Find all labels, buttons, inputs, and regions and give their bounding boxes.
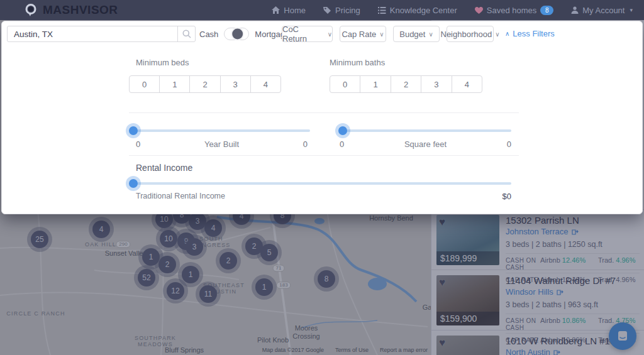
- min-beds-selector: 0 1 2 3 4: [129, 75, 281, 93]
- search-button[interactable]: [177, 26, 195, 41]
- chevron-down-icon: ∨: [379, 31, 384, 38]
- min-baths-selector: 0 1 2 3 4: [330, 75, 482, 93]
- baths-option-3[interactable]: 3: [421, 76, 452, 92]
- chevron-down-icon: ∨: [495, 31, 499, 38]
- list-icon: [378, 7, 386, 14]
- budget-dropdown[interactable]: Budget ∨: [393, 26, 440, 42]
- saved-homes-count-badge: 8: [540, 6, 553, 15]
- beds-option-4[interactable]: 4: [251, 76, 280, 92]
- slider-track[interactable]: [129, 129, 310, 132]
- nav-pricing[interactable]: Pricing: [323, 6, 360, 15]
- nav-home[interactable]: Home: [272, 6, 306, 15]
- year-built-slider: [129, 126, 310, 135]
- year-built-max: 0: [303, 139, 310, 149]
- toggle-knob[interactable]: [231, 28, 245, 41]
- map-pin-icon: [24, 3, 38, 17]
- nav-saved-homes[interactable]: Saved homes 8: [475, 6, 554, 15]
- divider: [129, 112, 519, 113]
- beds-option-3[interactable]: 3: [221, 76, 251, 92]
- top-navbar: MASHVISOR Home Pricing Knowledge Center …: [0, 0, 644, 20]
- nav-knowledge-center[interactable]: Knowledge Center: [378, 6, 457, 15]
- year-built-min: 0: [129, 139, 140, 149]
- cash-mortgage-toggle[interactable]: [224, 28, 249, 40]
- slider-handle[interactable]: [338, 126, 347, 135]
- square-feet-max: 0: [507, 139, 511, 149]
- chevron-up-icon: ∧: [505, 30, 509, 37]
- filters-panel: Cash Mortgage ∨ CoC Return ∨ Cap Rate ∨ …: [1, 21, 643, 214]
- square-feet-label: Square feet: [404, 139, 447, 149]
- beds-option-0[interactable]: 0: [130, 76, 160, 92]
- baths-option-2[interactable]: 2: [391, 76, 421, 92]
- baths-option-0[interactable]: 0: [330, 76, 360, 92]
- chevron-down-icon: ∨: [328, 31, 332, 38]
- min-baths-label: Minimum baths: [330, 58, 385, 67]
- slider-handle[interactable]: [129, 179, 138, 188]
- traditional-rental-income-value: $0: [502, 192, 511, 201]
- chevron-down-icon: ▾: [630, 7, 633, 13]
- slider-track[interactable]: [129, 182, 511, 185]
- brand-name: MASHVISOR: [43, 3, 118, 17]
- beds-option-1[interactable]: 1: [160, 76, 190, 92]
- less-filters-link[interactable]: ∧ Less Filters: [505, 29, 555, 38]
- divider: [129, 155, 519, 156]
- mashvisor-logo[interactable]: MASHVISOR: [24, 3, 118, 17]
- chevron-down-icon: ∨: [428, 31, 433, 38]
- year-built-label: Year Built: [204, 139, 239, 149]
- cash-label: Cash: [199, 30, 218, 39]
- price-tag-icon: [323, 6, 331, 14]
- search-icon: [182, 30, 191, 38]
- coc-return-dropdown[interactable]: CoC Return ∨: [282, 26, 333, 42]
- beds-option-2[interactable]: 2: [190, 76, 220, 92]
- neighborhood-dropdown[interactable]: Neighborhood ∨: [447, 26, 494, 42]
- heart-icon: [475, 7, 483, 14]
- slider-track[interactable]: [338, 129, 511, 132]
- baths-option-1[interactable]: 1: [360, 76, 391, 92]
- nav-my-account[interactable]: My Account ▾: [571, 6, 633, 15]
- traditional-rental-income-label: Traditional Rental Income: [129, 192, 225, 201]
- user-icon: [571, 6, 579, 14]
- baths-option-4[interactable]: 4: [452, 76, 482, 92]
- rental-income-slider: [129, 179, 511, 188]
- rental-income-heading: Rental Income: [136, 163, 192, 173]
- search-input[interactable]: [8, 26, 177, 41]
- location-search: [7, 26, 196, 42]
- square-feet-slider: [338, 126, 511, 135]
- square-feet-min: 0: [338, 139, 344, 149]
- cap-rate-dropdown[interactable]: Cap Rate ∨: [340, 26, 386, 42]
- home-icon: [272, 6, 280, 14]
- slider-handle[interactable]: [129, 126, 138, 135]
- min-beds-label: Minimum beds: [136, 58, 189, 67]
